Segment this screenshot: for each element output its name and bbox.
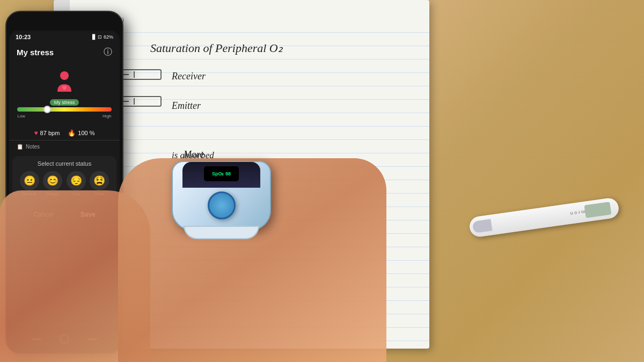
notebook-diagram — [115, 67, 174, 115]
thermometer-display — [584, 202, 611, 218]
person-icon — [51, 69, 78, 96]
heart-rate-stat: ♥ 87 bpm — [34, 129, 60, 137]
notebook-receiver-text: Receiver — [172, 70, 206, 83]
notes-icon: 📋 — [17, 144, 23, 150]
oximeter-clip — [184, 226, 259, 239]
gauge-low-label: Low — [17, 114, 25, 119]
oximeter-reading: SpO₂ 98 — [212, 171, 231, 176]
app-header: My stress ⓘ — [9, 42, 120, 62]
stress-label-row: My stress — [17, 99, 111, 106]
notebook-saturation-text: Saturation of Peripheral O₂ — [150, 40, 283, 57]
stress-figure — [50, 68, 79, 97]
gauge-high-label: High — [103, 114, 111, 119]
neutral-emoji: 😐 — [20, 171, 39, 190]
status-bar: 10:23 ▊ ⊡ 62% — [9, 31, 120, 42]
flame-icon: 🔥 — [68, 129, 76, 137]
gauge-labels: Low High — [17, 114, 111, 119]
notebook-emitter-text: Emitter — [172, 99, 201, 113]
tired-emoji: 😫 — [90, 171, 109, 190]
status-icons: ▊ ⊡ 62% — [92, 34, 113, 40]
pulse-oximeter: SpO₂ 98 — [172, 161, 279, 241]
heart-rate-value: 87 bpm — [40, 130, 60, 136]
oxygen-stat: 🔥 100 % — [68, 129, 94, 137]
signal-icon: ▊ — [92, 34, 96, 40]
oximeter-screen: SpO₂ 98 — [204, 166, 239, 181]
oximeter-body: SpO₂ 98 — [172, 161, 271, 231]
notes-section: 📋 Notes — [9, 140, 120, 153]
status-time: 10:23 — [16, 34, 31, 40]
svg-point-6 — [60, 71, 69, 80]
info-icon[interactable]: ⓘ — [104, 47, 112, 58]
thermometer-tip — [472, 219, 493, 233]
heart-icon: ♥ — [34, 129, 38, 137]
wifi-icon: ⊡ — [98, 34, 102, 40]
stress-gauge-bar — [17, 107, 111, 112]
stress-display-area: My stress Low High — [9, 62, 120, 126]
stats-row: ♥ 87 bpm 🔥 100 % — [9, 126, 120, 140]
notes-label: 📋 Notes — [17, 144, 112, 150]
sad-emoji: 😔 — [67, 171, 86, 190]
notes-text: Notes — [26, 144, 40, 150]
stress-level-badge: My stress — [50, 99, 79, 106]
oximeter-button[interactable] — [208, 191, 236, 219]
app-title: My stress — [17, 48, 54, 57]
select-status-title: Select current status — [18, 160, 111, 167]
battery-indicator: 62% — [104, 34, 113, 40]
happy-emoji: 😊 — [43, 171, 62, 190]
stress-gauge: My stress Low High — [17, 97, 111, 121]
oxygen-value: 100 % — [78, 130, 94, 136]
oximeter-display-area: SpO₂ 98 — [182, 162, 260, 188]
